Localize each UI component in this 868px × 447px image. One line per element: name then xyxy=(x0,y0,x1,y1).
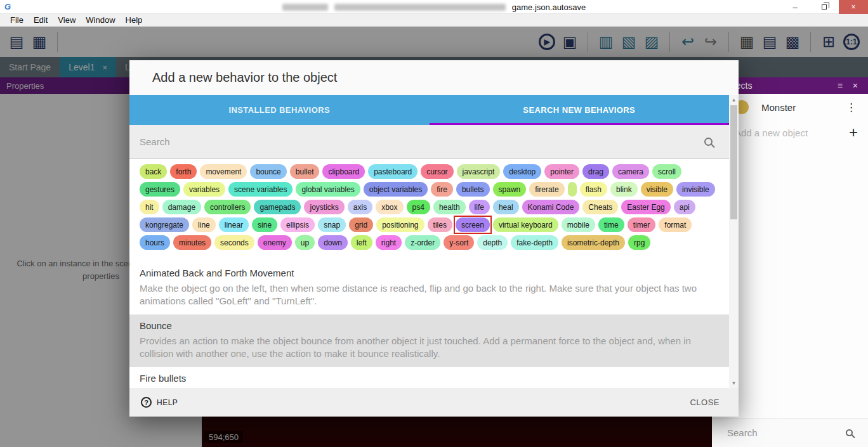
tag-rpg[interactable]: rpg xyxy=(628,235,650,250)
tag-movement[interactable]: movement xyxy=(200,164,247,179)
tag-positioning[interactable]: positioning xyxy=(376,217,424,232)
tag-isometric-depth[interactable]: isometric-depth xyxy=(562,235,625,250)
scrollbar-down-icon[interactable]: ▼ xyxy=(729,380,739,386)
close-dialog-button[interactable]: CLOSE xyxy=(690,398,720,407)
menu-window[interactable]: Window xyxy=(81,15,120,25)
tag-flash[interactable]: flash xyxy=(580,182,607,197)
tag-camera[interactable]: camera xyxy=(612,164,649,179)
tag-mobile[interactable]: mobile xyxy=(562,217,595,232)
tag-snap[interactable]: snap xyxy=(318,217,346,232)
tag-minutes[interactable]: minutes xyxy=(173,235,211,250)
menu-help[interactable]: Help xyxy=(121,15,148,25)
scrollbar-up-icon[interactable]: ▲ xyxy=(729,97,739,103)
tag-hours[interactable]: hours xyxy=(140,235,170,250)
tag-down[interactable]: down xyxy=(318,235,348,250)
minimize-button[interactable]: – xyxy=(780,0,810,14)
tag-left[interactable]: left xyxy=(351,235,372,250)
help-button[interactable]: ? HELP xyxy=(141,397,178,408)
tag-time[interactable]: time xyxy=(598,217,624,232)
tag-pointer[interactable]: pointer xyxy=(544,164,579,179)
tag-up[interactable]: up xyxy=(295,235,315,250)
tag-gamepads[interactable]: gamepads xyxy=(254,200,301,214)
menu-file[interactable]: File xyxy=(5,15,29,25)
tag-api[interactable]: api xyxy=(674,200,695,214)
tag-forth[interactable]: forth xyxy=(170,164,197,179)
behavior-item-bounce[interactable]: BounceProvides an action to make the obj… xyxy=(129,314,729,367)
tag-timer[interactable]: timer xyxy=(628,217,656,232)
dialog-tab-installed-behaviors[interactable]: INSTALLED BEHAVIORS xyxy=(129,95,430,125)
close-window-button[interactable]: × xyxy=(839,0,868,14)
scrollbar-thumb[interactable] xyxy=(730,105,737,219)
tag-tiles[interactable]: tiles xyxy=(428,217,452,232)
tag-linear[interactable]: linear xyxy=(219,217,249,232)
tag-cheats[interactable]: Cheats xyxy=(582,200,618,214)
dialog-scrollbar[interactable]: ▲ ▼ xyxy=(729,95,739,388)
tag-hit[interactable]: hit xyxy=(140,200,159,214)
tag-seconds[interactable]: seconds xyxy=(214,235,254,250)
tag-drag[interactable]: drag xyxy=(582,164,609,179)
tag-fake-depth[interactable]: fake-depth xyxy=(511,235,558,250)
tag-pasteboard[interactable]: pasteboard xyxy=(368,164,418,179)
tag-blank[interactable] xyxy=(568,182,577,197)
dialog-tab-search-new-behaviors[interactable]: SEARCH NEW BEHAVIORS xyxy=(430,95,730,125)
tag-virtual-keyboard[interactable]: virtual keyboard xyxy=(493,217,558,232)
tag-clipboard[interactable]: clipboard xyxy=(322,164,365,179)
tag-scroll[interactable]: scroll xyxy=(652,164,681,179)
tag-ellipsis[interactable]: ellipsis xyxy=(280,217,315,232)
menu-view[interactable]: View xyxy=(53,15,81,25)
tag-global-variables[interactable]: global variables xyxy=(296,182,360,197)
menu-edit[interactable]: Edit xyxy=(29,15,53,25)
tag-health[interactable]: health xyxy=(433,200,466,214)
tag-object-variables[interactable]: object variables xyxy=(364,182,428,197)
tag-cursor[interactable]: cursor xyxy=(421,164,453,179)
tag-javascript[interactable]: javascript xyxy=(457,164,501,179)
tag-easter-egg[interactable]: Easter Egg xyxy=(621,200,670,214)
tag-line[interactable]: line xyxy=(192,217,216,232)
tag-bullets[interactable]: bullets xyxy=(456,182,490,197)
add-object-icon[interactable]: + xyxy=(849,124,858,141)
tag-visible[interactable]: visible xyxy=(641,182,673,197)
tag-enemy[interactable]: enemy xyxy=(258,235,292,250)
tag-format[interactable]: format xyxy=(659,217,692,232)
objects-search-input[interactable] xyxy=(727,427,822,438)
tag-axis[interactable]: axis xyxy=(348,200,372,214)
tag-z-order[interactable]: z-order xyxy=(405,235,440,250)
tag-joysticks[interactable]: joysticks xyxy=(304,200,344,214)
tag-invisible[interactable]: invisible xyxy=(676,182,715,197)
tag-kongregate[interactable]: kongregate xyxy=(140,217,189,232)
behavior-item-animated-back-and-forth-movement[interactable]: Animated Back and Forth MovementMake the… xyxy=(129,262,729,314)
tag-bounce[interactable]: bounce xyxy=(250,164,286,179)
tag-depth[interactable]: depth xyxy=(477,235,508,250)
tag-konami-code[interactable]: Konami Code xyxy=(522,200,580,214)
tag-damage[interactable]: damage xyxy=(162,200,201,214)
tag-variables[interactable]: variables xyxy=(183,182,225,197)
tag-sine[interactable]: sine xyxy=(252,217,277,232)
tag-fire[interactable]: fire xyxy=(431,182,453,197)
panel-close-icon[interactable]: × xyxy=(853,81,858,91)
tag-gestures[interactable]: gestures xyxy=(140,182,180,197)
behavior-item-fire-bullets[interactable]: Fire bulletsAllow the object to fire bul… xyxy=(129,367,729,388)
tag-ps4[interactable]: ps4 xyxy=(407,200,430,214)
tag-desktop[interactable]: desktop xyxy=(503,164,541,179)
tag-blink[interactable]: blink xyxy=(610,182,638,197)
tag-life[interactable]: life xyxy=(469,200,490,214)
tag-y-sort[interactable]: y-sort xyxy=(444,235,474,250)
restore-button[interactable] xyxy=(810,0,839,14)
tag-screen[interactable]: screen xyxy=(456,217,490,232)
tag-controllers[interactable]: controllers xyxy=(204,200,251,214)
tag-scene-variables[interactable]: scene variables xyxy=(228,182,293,197)
tag-spawn[interactable]: spawn xyxy=(493,182,527,197)
dialog-tabbar: INSTALLED BEHAVIORSSEARCH NEW BEHAVIORS xyxy=(129,95,729,125)
object-name: Monster xyxy=(761,102,796,113)
tag-heal[interactable]: heal xyxy=(493,200,519,214)
help-label: HELP xyxy=(157,398,178,407)
tag-xbox[interactable]: xbox xyxy=(376,200,403,214)
tag-grid[interactable]: grid xyxy=(349,217,373,232)
tag-right[interactable]: right xyxy=(376,235,402,250)
behavior-search-input[interactable] xyxy=(140,136,520,147)
object-menu-icon[interactable]: ⋮ xyxy=(846,101,857,114)
tag-back[interactable]: back xyxy=(140,164,167,179)
tag-firerate[interactable]: firerate xyxy=(529,182,564,197)
filter-icon[interactable]: ≡ xyxy=(838,81,843,91)
tag-bullet[interactable]: bullet xyxy=(290,164,320,179)
